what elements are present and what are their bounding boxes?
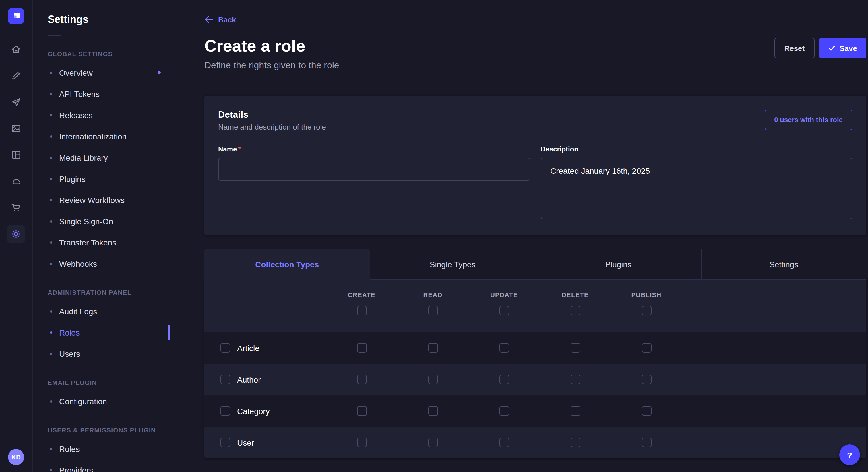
category-delete-checkbox[interactable] xyxy=(570,406,580,416)
help-button[interactable]: ? xyxy=(839,444,860,465)
main-content: Back Create a role Define the rights giv… xyxy=(170,0,868,472)
tab-plugins[interactable]: Plugins xyxy=(535,249,701,280)
sidebar-item-label: Configuration xyxy=(59,397,107,406)
author-update-checkbox[interactable] xyxy=(499,374,509,384)
category-create-checkbox[interactable] xyxy=(357,406,367,416)
category-update-checkbox[interactable] xyxy=(499,406,509,416)
select-all-read-checkbox[interactable] xyxy=(428,306,438,315)
shopping-cart-icon[interactable] xyxy=(7,198,25,217)
sidebar-item-label: Audit Logs xyxy=(59,307,97,316)
article-publish-checkbox[interactable] xyxy=(642,343,651,353)
user-read-checkbox[interactable] xyxy=(428,438,438,447)
tab-settings[interactable]: Settings xyxy=(701,249,867,280)
tab-collection-types[interactable]: Collection Types xyxy=(205,249,370,280)
cloud-icon[interactable] xyxy=(7,172,25,191)
author-publish-checkbox[interactable] xyxy=(642,374,651,384)
select-row-user-checkbox[interactable] xyxy=(220,438,230,447)
article-delete-checkbox[interactable] xyxy=(570,343,580,353)
select-row-author-checkbox[interactable] xyxy=(220,374,230,384)
bullet-icon xyxy=(50,448,52,450)
sidebar-item-label: Releases xyxy=(59,110,93,120)
user-update-checkbox[interactable] xyxy=(499,438,509,447)
sidebar-item-label: API Tokens xyxy=(59,89,100,98)
bullet-icon xyxy=(50,156,52,159)
reset-button[interactable]: Reset xyxy=(774,38,814,59)
user-create-checkbox[interactable] xyxy=(357,438,367,447)
column-header-create: CREATE xyxy=(348,291,375,298)
paper-plane-icon[interactable] xyxy=(7,93,25,111)
sidebar-item-label: Single Sign-On xyxy=(59,216,113,226)
sidebar-item-up-roles[interactable]: Roles xyxy=(33,438,170,460)
description-textarea[interactable]: Created January 16th, 2025 xyxy=(540,158,852,219)
column-header-read: READ xyxy=(423,291,442,298)
strapi-logo-glyph xyxy=(11,11,21,21)
table-row-category: Category xyxy=(205,395,866,427)
permissions-table: CREATE READ UPDATE DELETE xyxy=(205,280,866,458)
sidebar-item-roles[interactable]: Roles xyxy=(33,322,170,343)
sidebar-item-label: Transfer Tokens xyxy=(59,238,116,247)
back-label: Back xyxy=(218,15,236,24)
category-read-checkbox[interactable] xyxy=(428,406,438,416)
media-library-icon[interactable] xyxy=(7,119,25,138)
bullet-icon xyxy=(50,199,52,201)
bullet-icon xyxy=(50,241,52,243)
sidebar-item-users[interactable]: Users xyxy=(33,343,170,364)
tab-single-types[interactable]: Single Types xyxy=(370,249,536,280)
bullet-icon xyxy=(50,220,52,222)
row-label-author: Author xyxy=(237,375,261,384)
select-all-delete-checkbox[interactable] xyxy=(570,306,580,315)
sidebar-item-media-library[interactable]: Media Library xyxy=(33,147,170,168)
name-input[interactable] xyxy=(218,158,530,181)
sidebar-item-releases[interactable]: Releases xyxy=(33,104,170,126)
article-update-checkbox[interactable] xyxy=(499,343,509,353)
layout-grid-icon[interactable] xyxy=(7,146,25,164)
sidebar-item-audit-logs[interactable]: Audit Logs xyxy=(33,301,170,322)
avatar[interactable]: KD xyxy=(8,449,24,465)
sidebar-title-divider xyxy=(48,35,61,36)
name-label-text: Name xyxy=(218,145,237,153)
select-all-create-checkbox[interactable] xyxy=(357,306,367,315)
user-delete-checkbox[interactable] xyxy=(570,438,580,447)
users-with-role-button[interactable]: 0 users with this role xyxy=(764,109,852,130)
sidebar-item-webhooks[interactable]: Webhooks xyxy=(33,253,170,274)
select-row-article-checkbox[interactable] xyxy=(220,343,230,353)
user-publish-checkbox[interactable] xyxy=(642,438,651,447)
save-button[interactable]: Save xyxy=(819,38,866,59)
select-row-category-checkbox[interactable] xyxy=(220,406,230,416)
strapi-logo-icon[interactable] xyxy=(8,8,24,24)
bullet-icon xyxy=(50,71,52,74)
author-read-checkbox[interactable] xyxy=(428,374,438,384)
notification-dot-icon xyxy=(158,71,161,74)
page-subtitle: Define the rights given to the role xyxy=(205,60,339,71)
category-publish-checkbox[interactable] xyxy=(642,406,651,416)
back-link[interactable]: Back xyxy=(205,15,236,24)
pen-icon[interactable] xyxy=(7,67,25,85)
sidebar-item-overview[interactable]: Overview xyxy=(33,62,170,83)
sidebar-item-transfer-tokens[interactable]: Transfer Tokens xyxy=(33,232,170,253)
sidebar-item-providers[interactable]: Providers xyxy=(33,460,170,472)
sidebar-item-api-tokens[interactable]: API Tokens xyxy=(33,83,170,104)
app-root: KD Settings GLOBAL SETTINGS Overview API… xyxy=(0,0,868,472)
select-all-publish-checkbox[interactable] xyxy=(642,306,651,315)
sidebar-item-label: Review Workflows xyxy=(59,195,125,204)
gear-icon[interactable] xyxy=(7,225,25,243)
home-icon[interactable] xyxy=(7,40,25,59)
details-title: Details xyxy=(218,109,326,120)
sidebar-item-plugins[interactable]: Plugins xyxy=(33,168,170,189)
bullet-icon xyxy=(50,400,52,402)
bullet-icon xyxy=(50,177,52,180)
permissions-table-header: CREATE READ UPDATE DELETE xyxy=(205,280,866,332)
select-all-update-checkbox[interactable] xyxy=(499,306,509,315)
author-create-checkbox[interactable] xyxy=(357,374,367,384)
author-delete-checkbox[interactable] xyxy=(570,374,580,384)
sidebar-item-internationalization[interactable]: Internationalization xyxy=(33,126,170,147)
sidebar-item-label: Media Library xyxy=(59,153,108,162)
sidebar-item-configuration[interactable]: Configuration xyxy=(33,391,170,412)
bullet-icon xyxy=(50,331,52,334)
article-create-checkbox[interactable] xyxy=(357,343,367,353)
icon-rail: KD xyxy=(0,0,33,472)
article-read-checkbox[interactable] xyxy=(428,343,438,353)
sidebar-item-review-workflows[interactable]: Review Workflows xyxy=(33,189,170,210)
sidebar-item-single-sign-on[interactable]: Single Sign-On xyxy=(33,210,170,232)
section-label-global-settings: GLOBAL SETTINGS xyxy=(48,50,170,57)
